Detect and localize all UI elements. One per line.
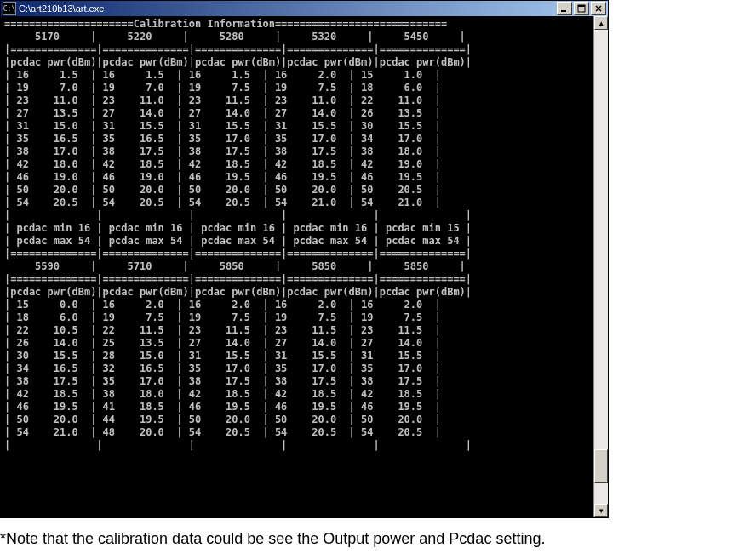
scroll-up-button[interactable]: ▲ [594,16,608,30]
console-output: =====================Calibration Informa… [1,16,593,517]
vertical-scrollbar[interactable]: ▲ ▼ [593,16,608,517]
window-title: C:\art210b13\art.exe [19,3,104,14]
titlebar[interactable]: C:\ C:\art210b13\art.exe [1,1,608,16]
app-icon: C:\ [3,2,16,15]
scroll-thumb[interactable] [594,449,608,483]
svg-rect-2 [578,5,585,7]
scroll-track[interactable] [594,30,608,504]
console-window: C:\ C:\art210b13\art.exe ===============… [0,0,609,518]
close-button[interactable] [591,2,606,15]
footnote-text: *Note that the calibration data could be… [0,530,756,548]
scroll-down-button[interactable]: ▼ [594,504,608,517]
svg-rect-0 [561,10,566,12]
maximize-button[interactable] [574,2,589,15]
minimize-button[interactable] [557,2,572,15]
